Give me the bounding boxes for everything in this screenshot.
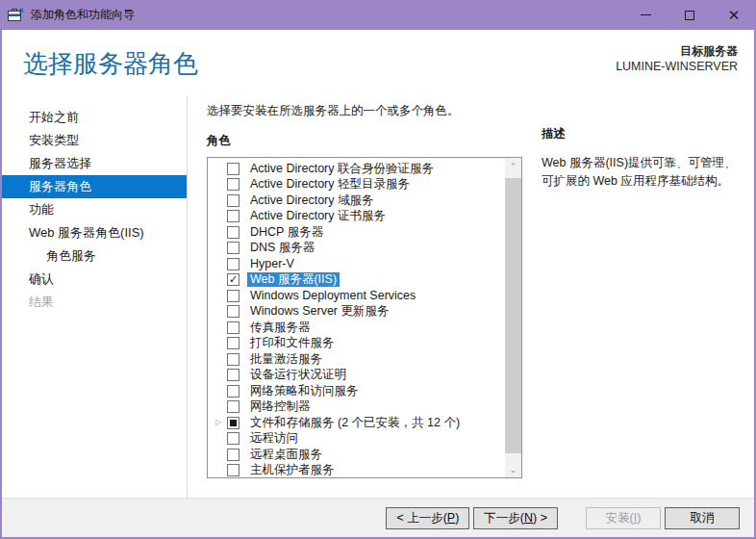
role-checkbox[interactable]: ✓	[227, 273, 239, 286]
sidebar-step-item[interactable]: 开始之前	[2, 106, 187, 129]
role-row[interactable]: Active Directory 域服务	[208, 192, 505, 209]
role-row[interactable]: Active Directory 联合身份验证服务	[208, 161, 505, 177]
role-label: Active Directory 域服务	[247, 193, 377, 208]
wizard-window: 添加角色和功能向导 ✕ 选择服务器角色 目标服务器 LUMINE-WINSERV…	[0, 0, 756, 539]
role-checkbox[interactable]	[227, 400, 239, 413]
role-row[interactable]: Windows Deployment Services	[208, 288, 505, 304]
server-manager-icon	[8, 8, 24, 22]
scroll-down-icon[interactable]: ⌄	[505, 461, 521, 477]
minimize-button[interactable]	[623, 0, 668, 30]
role-checkbox[interactable]	[227, 337, 239, 349]
role-label: 远程访问	[247, 431, 301, 446]
role-checkbox[interactable]	[227, 353, 239, 366]
role-row[interactable]: ▷ 文件和存储服务 (2 个已安装，共 12 个)	[208, 415, 505, 431]
wizard-header: 选择服务器角色 目标服务器 LUMINE-WINSERVER	[2, 30, 754, 96]
role-row[interactable]: 设备运行状况证明	[208, 368, 505, 384]
target-server-name: LUMINE-WINSERVER	[616, 59, 738, 74]
roles-listbox: Active Directory 联合身份验证服务 Active Directo…	[207, 157, 522, 478]
role-row[interactable]: 批量激活服务	[208, 351, 505, 368]
window-title: 添加角色和功能向导	[31, 7, 135, 23]
role-label: 设备运行状况证明	[247, 368, 349, 382]
role-label: DHCP 服务器	[247, 225, 326, 240]
role-label: Windows Server 更新服务	[247, 304, 391, 319]
role-row[interactable]: 远程桌面服务	[208, 447, 505, 463]
role-checkbox[interactable]	[227, 417, 239, 429]
sidebar-step-item[interactable]: 安装类型	[2, 129, 187, 152]
role-row[interactable]: DHCP 服务器	[208, 224, 505, 241]
role-label: 远程桌面服务	[247, 448, 325, 462]
target-server-label: 目标服务器	[616, 43, 738, 59]
maximize-icon	[685, 11, 694, 20]
role-row[interactable]: DNS 服务器	[208, 241, 505, 257]
role-row[interactable]: Hyper-V	[208, 256, 505, 272]
role-row[interactable]: 打印和文件服务	[208, 336, 505, 352]
role-label: DNS 服务器	[247, 241, 317, 255]
role-label: 打印和文件服务	[247, 336, 338, 350]
role-row[interactable]: 主机保护者服务	[208, 463, 505, 479]
role-label: 主机保护者服务	[247, 463, 338, 477]
role-checkbox[interactable]	[227, 305, 239, 318]
maximize-button[interactable]	[668, 0, 712, 30]
install-button[interactable]: 安装(I)	[586, 507, 661, 529]
role-row[interactable]: Windows Server 更新服务	[208, 304, 505, 321]
role-row[interactable]: Active Directory 证书服务	[208, 209, 505, 225]
main-panel: 选择要安装在所选服务器上的一个或多个角色。 角色 Active Director…	[188, 96, 542, 498]
close-button[interactable]: ✕	[712, 0, 756, 30]
role-checkbox[interactable]	[227, 321, 239, 334]
previous-button[interactable]: < 上一步(P)	[386, 507, 469, 529]
role-checkbox[interactable]	[227, 432, 239, 445]
roles-label: 角色	[207, 133, 231, 149]
role-label: 网络控制器	[247, 399, 314, 414]
close-icon: ✕	[728, 8, 741, 22]
role-checkbox[interactable]	[227, 210, 239, 222]
role-checkbox[interactable]	[227, 163, 239, 175]
sidebar-step-item[interactable]: 确认	[2, 268, 187, 291]
scroll-up-icon[interactable]: ⌃	[505, 158, 521, 174]
role-label: 批量激活服务	[247, 352, 325, 367]
scrollbar-thumb[interactable]	[505, 178, 521, 453]
role-checkbox[interactable]	[227, 226, 239, 239]
role-label: 传真服务器	[247, 321, 314, 335]
instruction-text: 选择要安装在所选服务器上的一个或多个角色。	[207, 103, 460, 119]
role-row[interactable]: 网络策略和访问服务	[208, 383, 505, 399]
role-row[interactable]: 远程访问	[208, 431, 505, 448]
sidebar-step-item[interactable]: 服务器角色	[2, 175, 187, 198]
page-title: 选择服务器角色	[23, 47, 198, 81]
role-label: Active Directory 联合身份验证服务	[247, 162, 437, 176]
role-row[interactable]: 传真服务器	[208, 320, 505, 336]
role-row[interactable]: 网络控制器	[208, 399, 505, 416]
role-checkbox[interactable]	[227, 449, 239, 461]
role-row[interactable]: Active Directory 轻型目录服务	[208, 177, 505, 193]
description-title: 描述	[542, 126, 745, 142]
description-panel: 描述 Web 服务器(IIS)提供可靠、可管理、可扩展的 Web 应用程序基础结…	[542, 96, 745, 191]
role-label: 文件和存储服务 (2 个已安装，共 12 个)	[247, 416, 463, 430]
expander-icon[interactable]: ▷	[215, 419, 227, 426]
role-label: 网络策略和访问服务	[247, 384, 362, 398]
role-checkbox[interactable]	[227, 369, 239, 381]
role-label: Windows Deployment Services	[247, 289, 418, 303]
cancel-button[interactable]: 取消	[665, 507, 740, 529]
wizard-steps-sidebar: 开始之前安装类型服务器选择服务器角色功能Web 服务器角色(IIS)角色服务确认…	[2, 96, 188, 498]
roles-scrollbar[interactable]: ⌃ ⌄	[505, 158, 521, 477]
role-label: Active Directory 轻型目录服务	[247, 177, 413, 192]
role-row[interactable]: ✓ Web 服务器(IIS)	[208, 272, 505, 289]
sidebar-step-item[interactable]: 功能	[2, 198, 187, 221]
role-checkbox[interactable]	[227, 194, 239, 207]
next-button[interactable]: 下一步(N) >	[473, 507, 558, 529]
target-server-block: 目标服务器 LUMINE-WINSERVER	[616, 43, 738, 74]
wizard-footer: < 上一步(P) 下一步(N) > 安装(I) 取消	[2, 498, 754, 537]
sidebar-step-item[interactable]: 服务器选择	[2, 152, 187, 175]
role-checkbox[interactable]	[227, 258, 239, 270]
title-bar: 添加角色和功能向导 ✕	[0, 0, 756, 30]
role-checkbox[interactable]	[227, 178, 239, 191]
role-checkbox[interactable]	[227, 242, 239, 254]
role-checkbox[interactable]	[227, 464, 239, 476]
role-label: Web 服务器(IIS)	[247, 272, 340, 287]
minimize-icon	[641, 14, 651, 15]
sidebar-step-item[interactable]: Web 服务器角色(IIS)	[2, 221, 187, 244]
sidebar-step-item[interactable]: 角色服务	[2, 244, 187, 268]
role-checkbox[interactable]	[227, 385, 239, 398]
sidebar-step-item[interactable]: 结果	[2, 291, 187, 314]
wizard-body: 开始之前安装类型服务器选择服务器角色功能Web 服务器角色(IIS)角色服务确认…	[2, 96, 754, 498]
role-checkbox[interactable]	[227, 290, 239, 302]
